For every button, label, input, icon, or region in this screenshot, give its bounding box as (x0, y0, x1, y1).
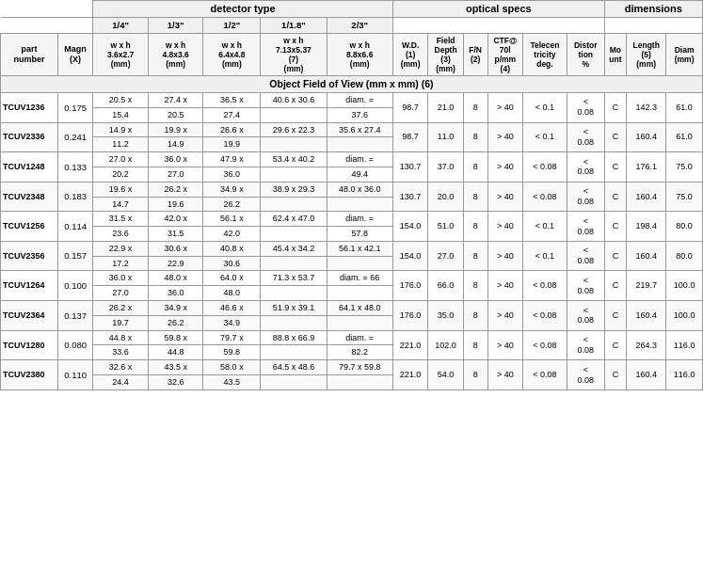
fov-cell-sub: 59.8 (203, 345, 261, 360)
diam-cell: 75.0 (666, 152, 703, 183)
length-cell: 176.1 (627, 152, 666, 183)
diam-col-header: Diam(mm) (666, 33, 703, 76)
dist-cell: <0.08 (567, 122, 604, 152)
fov-cell-sub: 49.4 (327, 167, 392, 182)
fov-cell-sub (261, 107, 327, 122)
empty-optical (392, 18, 604, 33)
fn-cell: 8 (463, 241, 487, 271)
diam-cell: 116.0 (666, 360, 703, 390)
fov-cell: 19.9 x (148, 122, 203, 137)
fov-cell-sub: 26.2 (148, 315, 203, 330)
eighth-header: 1/1.8" (261, 18, 327, 33)
fov-cell: 58.0 x (203, 360, 261, 375)
table-row: TCUV23800.11032.6 x43.5 x58.0 x64.5 x 48… (1, 360, 703, 375)
fov-cell-sub (327, 137, 392, 152)
wd-cell: 98.7 (392, 92, 427, 122)
part-number-cell: TCUV2364 (1, 301, 58, 331)
fov-cell-sub: 20.2 (93, 167, 149, 182)
ctf-cell: > 40 (487, 241, 522, 271)
length-cell: 160.4 (627, 301, 666, 331)
fov-cell-sub (261, 137, 327, 152)
fd-cell: 21.0 (428, 92, 463, 122)
table-body: TCUV12360.17520.5 x27.4 x36.5 x40.6 x 30… (1, 92, 703, 389)
part-number-cell: TCUV2348 (1, 182, 58, 212)
fov-cell: diam. = (327, 152, 392, 167)
mo-col-header: Mount (604, 33, 626, 76)
tele-cell: < 0.08 (523, 271, 567, 301)
magn-cell: 0.080 (57, 330, 92, 360)
dist-cell: <0.08 (567, 182, 604, 212)
fd-cell: 20.0 (428, 182, 463, 212)
fov-cell-sub: 17.2 (93, 256, 149, 271)
ctf-cell: > 40 (487, 301, 522, 331)
part-number-cell: TCUV1264 (1, 271, 58, 301)
fov-cell: 88.8 x 66.9 (261, 330, 327, 345)
fov-cell: 38.9 x 29.3 (261, 182, 327, 197)
fov-cell-sub (261, 315, 327, 330)
fov-cell: 71.3 x 53.7 (261, 271, 327, 286)
fov-cell-sub: 19.6 (148, 197, 203, 212)
fov-cell-sub: 19.9 (203, 137, 261, 152)
magn-cell: 0.133 (57, 152, 92, 183)
fov-cell-sub: 27.4 (203, 107, 261, 122)
fov-cell: 45.4 x 34.2 (261, 241, 327, 256)
column-header-row: partnumber Magn(X) w x h3.6x2.7(mm) w x … (1, 33, 703, 76)
tele-cell: < 0.1 (523, 122, 567, 152)
fov-cell-sub: 11.2 (93, 137, 149, 152)
fov-cell-sub: 26.2 (203, 197, 261, 212)
tele-cell: < 0.08 (523, 182, 567, 212)
fov-cell-sub: 24.4 (93, 375, 149, 390)
fd-cell: 27.0 (428, 241, 463, 271)
length-cell: 264.3 (627, 330, 666, 360)
dist-cell: <0.08 (567, 92, 604, 122)
diam-cell: 80.0 (666, 212, 703, 242)
fov-cell-sub (261, 345, 327, 360)
fov-cell: 59.8 x (148, 330, 203, 345)
diam-cell: 61.0 (666, 92, 703, 122)
wxh1-col-header: w x h3.6x2.7(mm) (93, 33, 149, 76)
fov-cell-sub (327, 315, 392, 330)
length-cell: 142.3 (627, 92, 666, 122)
fd-cell: 102.0 (428, 330, 463, 360)
tele-cell: < 0.1 (523, 92, 567, 122)
ctf-cell: > 40 (487, 92, 522, 122)
magn-cell: 0.137 (57, 301, 92, 331)
dist-cell: <0.08 (567, 360, 604, 390)
magn-cell: 0.110 (57, 360, 92, 390)
tele-cell: < 0.08 (523, 152, 567, 183)
table-row: TCUV12640.10036.0 x48.0 x64.0 x71.3 x 53… (1, 271, 703, 286)
length-cell: 219.7 (627, 271, 666, 301)
dist-col-header: Distortion% (567, 33, 604, 76)
mo-cell: C (604, 152, 626, 183)
fov-cell-sub: 14.7 (93, 197, 149, 212)
fov-cell: 14.9 x (93, 122, 149, 137)
fov-cell-sub: 44.8 (148, 345, 203, 360)
diam-cell: 100.0 (666, 271, 703, 301)
size-header-row: 1/4" 1/3" 1/2" 1/1.8" 2/3" (1, 18, 703, 33)
table-row: TCUV12560.11431.5 x42.0 x56.1 x62.4 x 47… (1, 212, 703, 227)
fov-cell-sub (327, 197, 392, 212)
wd-col-header: W.D.(1)(mm) (392, 33, 427, 76)
fov-cell: 34.9 x (148, 301, 203, 316)
wd-cell: 221.0 (392, 360, 427, 390)
fov-cell-sub: 33.6 (93, 345, 149, 360)
part-number-cell: TCUV1236 (1, 92, 58, 122)
length-cell: 160.4 (627, 241, 666, 271)
fov-cell: 35.6 x 27.4 (327, 122, 392, 137)
mo-cell: C (604, 271, 626, 301)
diam-cell: 75.0 (666, 182, 703, 212)
fov-cell-sub (261, 375, 327, 390)
length-col-header: Length(5)(mm) (627, 33, 666, 76)
fov-cell: 53.4 x 40.2 (261, 152, 327, 167)
group-header-row: detector type optical specs dimensions (1, 1, 703, 18)
fn-cell: 8 (463, 330, 487, 360)
fd-cell: 11.0 (428, 122, 463, 152)
part-number-cell: TCUV2380 (1, 360, 58, 390)
fov-cell-sub (261, 167, 327, 182)
mo-cell: C (604, 92, 626, 122)
fov-cell: 47.9 x (203, 152, 261, 167)
length-cell: 160.4 (627, 360, 666, 390)
fov-cell-sub: 30.6 (203, 256, 261, 271)
fov-cell-sub: 42.0 (203, 227, 261, 242)
fd-cell: 54.0 (428, 360, 463, 390)
